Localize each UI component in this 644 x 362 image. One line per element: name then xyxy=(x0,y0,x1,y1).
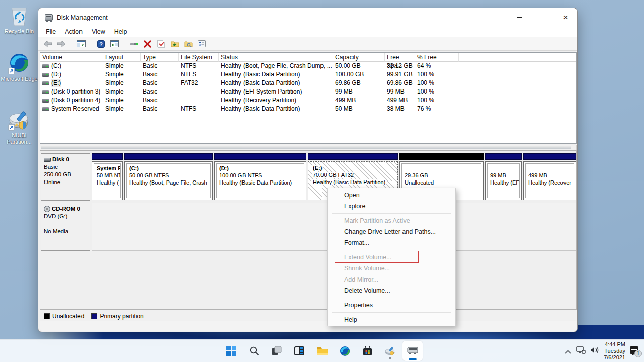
cell-layout: Simple xyxy=(103,79,141,87)
desktop-icon-recycle-bin[interactable]: Recycle Bin xyxy=(1,4,38,35)
cdrom-media: DVD (G:) xyxy=(44,213,87,220)
col-capacity[interactable]: Capacity xyxy=(333,53,385,62)
col-pct-free[interactable]: % Free xyxy=(415,53,459,62)
table-row[interactable]: (C:) Simple Basic NTFS Healthy (Boot, Pa… xyxy=(40,62,576,70)
cell-layout: Simple xyxy=(103,62,141,70)
menu-view[interactable]: View xyxy=(87,28,110,35)
partition-recovery[interactable]: 499 MB Healthy (Recover xyxy=(523,153,576,201)
niubi-partition-icon xyxy=(8,108,31,131)
horizontal-scrollbar[interactable] xyxy=(40,145,577,150)
forward-icon[interactable] xyxy=(56,39,67,49)
col-type[interactable]: Type xyxy=(141,53,179,62)
windows-logo-icon xyxy=(226,345,237,356)
cell-layout: Simple xyxy=(103,70,141,79)
col-layout[interactable]: Layout xyxy=(103,53,141,62)
search-icon xyxy=(249,346,259,356)
desktop: Recycle Bin Microsoft Edge xyxy=(0,0,644,362)
table-row[interactable]: (Disk 0 partition 3) Simple Basic Health… xyxy=(40,87,576,96)
cell-volume: System Reserved xyxy=(51,105,99,113)
search-button[interactable] xyxy=(244,341,264,361)
cell-type: Basic xyxy=(141,105,179,113)
cell-pctfree: 100 % xyxy=(415,79,459,87)
table-row[interactable]: (D:) Simple Basic NTFS Healthy (Basic Da… xyxy=(40,70,576,79)
primary-partition-band xyxy=(124,153,213,160)
wand-icon[interactable] xyxy=(128,39,139,49)
disk-management-window: Disk Management × File Action View Help xyxy=(38,8,578,332)
cell-pctfree: 100 % xyxy=(415,70,459,79)
desktop-icon-microsoft-edge[interactable]: Microsoft Edge xyxy=(1,52,38,82)
tray-day: Tuesday xyxy=(604,348,625,354)
folder-search-icon[interactable] xyxy=(183,39,194,49)
task-view-button[interactable] xyxy=(267,341,287,361)
cell-type: Basic xyxy=(141,79,179,87)
menu-item-format[interactable]: Format... xyxy=(328,237,455,248)
titlebar[interactable]: Disk Management × xyxy=(38,8,577,27)
desktop-icon-label: Microsoft Edge xyxy=(1,76,38,82)
menu-item-properties[interactable]: Properties xyxy=(328,300,455,311)
notification-center-button[interactable]: 1 xyxy=(630,346,641,356)
menu-action[interactable]: Action xyxy=(60,28,87,35)
partition-context-menu: Open Explore Mark Partition as Active Ch… xyxy=(327,188,456,326)
tray-chevron-icon[interactable] xyxy=(565,347,571,356)
legend: Unallocated Primary partition xyxy=(40,311,577,321)
menu-item-help[interactable]: Help xyxy=(328,314,455,325)
cell-type: Basic xyxy=(141,70,179,79)
checklist-icon[interactable] xyxy=(196,39,207,49)
start-button[interactable] xyxy=(221,341,242,361)
legend-primary-label: Primary partition xyxy=(100,313,143,320)
menu-item-open[interactable]: Open xyxy=(328,190,455,201)
col-volume[interactable]: Volume xyxy=(40,53,103,62)
delete-x-icon[interactable] xyxy=(142,39,153,49)
menu-separator xyxy=(332,312,451,313)
cell-capacity: 69.86 GB xyxy=(333,79,385,87)
menu-item-explore[interactable]: Explore xyxy=(328,201,455,212)
desktop-icon-niubi-partition[interactable]: NIUBI Partition... xyxy=(1,108,38,145)
partition-system-reserved[interactable]: System R 50 MB NT Healthy ( xyxy=(92,153,123,201)
disk-management-app-icon xyxy=(45,14,53,21)
niubi-partition-button[interactable] xyxy=(380,341,400,361)
cell-free: 499 MB xyxy=(385,96,415,105)
table-row[interactable]: System Reserved Simple Basic NTFS Health… xyxy=(40,105,576,113)
checkmark-doc-icon[interactable] xyxy=(155,39,167,49)
back-icon[interactable] xyxy=(42,39,53,49)
menu-item-change-drive-letter[interactable]: Change Drive Letter and Paths... xyxy=(328,226,455,237)
cell-volume: (Disk 0 partition 3) xyxy=(51,88,100,96)
maximize-button[interactable] xyxy=(531,8,554,27)
folder-up-icon[interactable] xyxy=(169,39,180,49)
cell-status: Healthy (Boot, Page File, Crash Dump, ..… xyxy=(219,62,333,70)
col-file-system[interactable]: File System xyxy=(179,53,219,62)
col-status[interactable]: Status xyxy=(219,53,333,62)
disk-management-button[interactable] xyxy=(403,341,423,361)
cdrom-header[interactable]: CD-ROM 0 DVD (G:) No Media xyxy=(41,203,90,251)
minimize-button[interactable] xyxy=(508,8,531,27)
primary-partition-band xyxy=(485,153,522,160)
edge-button[interactable] xyxy=(335,341,355,361)
primary-partition-band xyxy=(214,153,306,160)
partition-efi[interactable]: 99 MB Healthy (EF xyxy=(485,153,522,201)
table-row[interactable]: (Disk 0 partition 4) Simple Basic Health… xyxy=(40,96,576,105)
tray-clock[interactable]: 4:44 PM Tuesday 7/6/2021 xyxy=(604,341,625,361)
volume-icon xyxy=(42,107,49,111)
close-button[interactable]: × xyxy=(554,8,577,27)
scrollbar-thumb[interactable] xyxy=(41,146,571,149)
volume-icon xyxy=(42,64,49,68)
file-explorer-button[interactable] xyxy=(312,341,332,361)
menu-file[interactable]: File xyxy=(41,28,60,35)
volume-icon[interactable] xyxy=(590,346,599,356)
action-pane-icon[interactable] xyxy=(109,39,120,49)
partition-c[interactable]: (C:) 50.00 GB NTFS Healthy (Boot, Page F… xyxy=(124,153,213,201)
partition-d[interactable]: (D:) 100.00 GB NTFS Healthy (Basic Data … xyxy=(214,153,306,201)
cell-layout: Simple xyxy=(103,87,141,96)
network-icon[interactable] xyxy=(576,346,586,356)
widgets-button[interactable] xyxy=(289,341,309,361)
cdrom-status: No Media xyxy=(44,228,87,235)
console-tree-icon[interactable] xyxy=(75,39,87,49)
menu-item-delete-volume[interactable]: Delete Volume... xyxy=(328,285,455,296)
primary-partition-swatch xyxy=(91,313,97,319)
help-icon[interactable]: ? xyxy=(95,39,106,49)
table-row-selected[interactable]: (E:) Simple Basic FAT32 Healthy (Basic D… xyxy=(40,79,576,87)
disk0-header[interactable]: Disk 0 Basic 250.00 GB Online xyxy=(41,153,90,201)
col-free-space[interactable]: Free Spa... xyxy=(385,53,415,62)
microsoft-store-button[interactable] xyxy=(357,341,377,361)
menu-help[interactable]: Help xyxy=(110,28,132,35)
